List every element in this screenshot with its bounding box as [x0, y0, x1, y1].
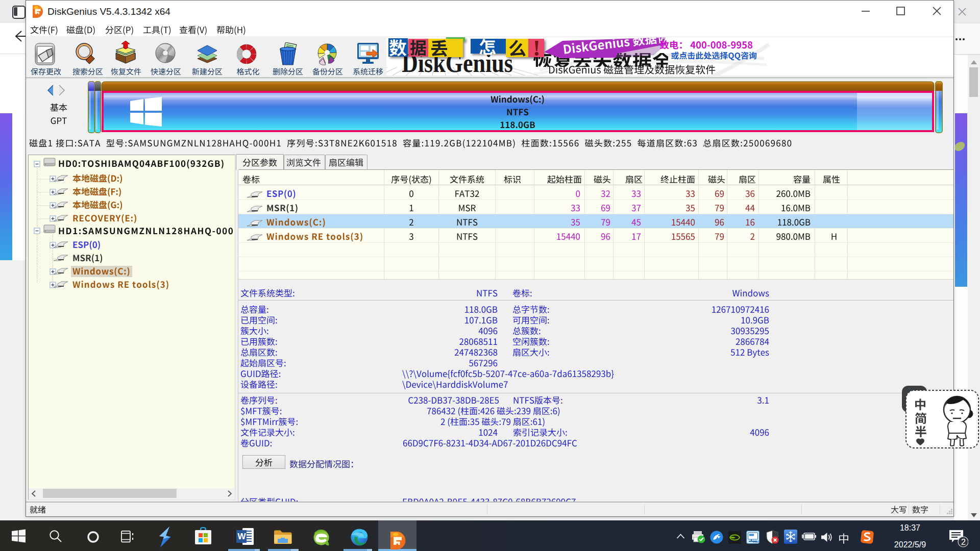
svg-text:!: !	[533, 37, 541, 61]
svg-text:intel: intel	[753, 540, 759, 543]
svg-text:2: 2	[961, 538, 966, 546]
svg-text:W: W	[238, 532, 247, 541]
